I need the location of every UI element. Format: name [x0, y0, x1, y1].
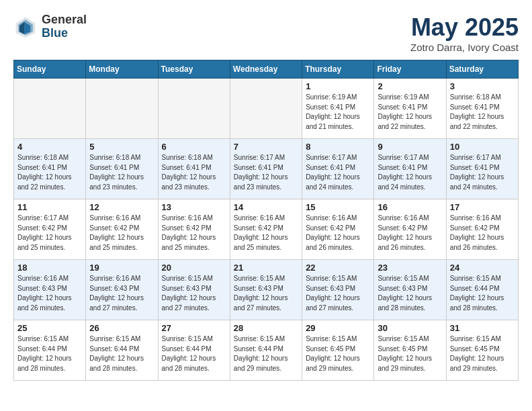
day-info: Sunrise: 6:15 AM Sunset: 6:44 PM Dayligh…: [450, 274, 515, 313]
day-info: Sunrise: 6:15 AM Sunset: 6:45 PM Dayligh…: [306, 334, 370, 373]
calendar-table: SundayMondayTuesdayWednesdayThursdayFrid…: [13, 60, 519, 381]
calendar-cell: 5Sunrise: 6:18 AM Sunset: 6:41 PM Daylig…: [86, 139, 158, 199]
calendar-cell: 29Sunrise: 6:15 AM Sunset: 6:45 PM Dayli…: [302, 320, 374, 381]
day-number: 20: [162, 263, 226, 273]
calendar-week-row: 4Sunrise: 6:18 AM Sunset: 6:41 PM Daylig…: [14, 139, 519, 199]
calendar-cell: 23Sunrise: 6:15 AM Sunset: 6:43 PM Dayli…: [374, 260, 446, 320]
day-number: 8: [306, 142, 370, 152]
logo-icon: [13, 15, 38, 39]
logo-general-text: General: [42, 13, 87, 27]
day-number: 11: [17, 202, 82, 212]
day-number: 6: [162, 142, 226, 152]
weekday-header-wednesday: Wednesday: [230, 60, 302, 79]
day-info: Sunrise: 6:16 AM Sunset: 6:42 PM Dayligh…: [162, 214, 226, 253]
day-number: 26: [89, 323, 154, 333]
day-number: 29: [306, 323, 370, 333]
day-number: 18: [17, 263, 82, 273]
calendar-cell: [86, 79, 158, 139]
day-info: Sunrise: 6:18 AM Sunset: 6:41 PM Dayligh…: [450, 93, 515, 132]
day-info: Sunrise: 6:17 AM Sunset: 6:41 PM Dayligh…: [234, 153, 298, 192]
day-number: 1: [306, 81, 370, 91]
day-info: Sunrise: 6:15 AM Sunset: 6:44 PM Dayligh…: [234, 334, 298, 373]
day-info: Sunrise: 6:16 AM Sunset: 6:43 PM Dayligh…: [17, 274, 82, 313]
day-info: Sunrise: 6:15 AM Sunset: 6:44 PM Dayligh…: [17, 334, 82, 373]
day-number: 19: [89, 263, 154, 273]
calendar-cell: 9Sunrise: 6:17 AM Sunset: 6:41 PM Daylig…: [374, 139, 446, 199]
day-info: Sunrise: 6:15 AM Sunset: 6:43 PM Dayligh…: [234, 274, 298, 313]
calendar-cell: 30Sunrise: 6:15 AM Sunset: 6:45 PM Dayli…: [374, 320, 446, 381]
day-number: 13: [162, 202, 226, 212]
day-info: Sunrise: 6:17 AM Sunset: 6:42 PM Dayligh…: [17, 214, 82, 253]
calendar-cell: 25Sunrise: 6:15 AM Sunset: 6:44 PM Dayli…: [14, 320, 86, 381]
day-info: Sunrise: 6:18 AM Sunset: 6:41 PM Dayligh…: [89, 153, 154, 192]
day-number: 7: [234, 142, 298, 152]
day-info: Sunrise: 6:17 AM Sunset: 6:41 PM Dayligh…: [450, 153, 515, 192]
calendar-cell: 28Sunrise: 6:15 AM Sunset: 6:44 PM Dayli…: [230, 320, 302, 381]
calendar-cell: 27Sunrise: 6:15 AM Sunset: 6:44 PM Dayli…: [158, 320, 230, 381]
day-info: Sunrise: 6:15 AM Sunset: 6:45 PM Dayligh…: [378, 334, 442, 373]
calendar-cell: 8Sunrise: 6:17 AM Sunset: 6:41 PM Daylig…: [302, 139, 374, 199]
calendar-cell: 24Sunrise: 6:15 AM Sunset: 6:44 PM Dayli…: [446, 260, 518, 320]
weekday-header-monday: Monday: [86, 60, 158, 79]
day-number: 22: [306, 263, 370, 273]
day-number: 17: [450, 202, 515, 212]
day-info: Sunrise: 6:18 AM Sunset: 6:41 PM Dayligh…: [17, 153, 82, 192]
weekday-header-sunday: Sunday: [14, 60, 86, 79]
day-info: Sunrise: 6:17 AM Sunset: 6:41 PM Dayligh…: [378, 153, 442, 192]
day-info: Sunrise: 6:15 AM Sunset: 6:43 PM Dayligh…: [306, 274, 370, 313]
calendar-cell: 13Sunrise: 6:16 AM Sunset: 6:42 PM Dayli…: [158, 199, 230, 260]
calendar-header: SundayMondayTuesdayWednesdayThursdayFrid…: [14, 60, 519, 79]
day-info: Sunrise: 6:16 AM Sunset: 6:42 PM Dayligh…: [450, 214, 515, 253]
day-number: 10: [450, 142, 515, 152]
day-info: Sunrise: 6:16 AM Sunset: 6:42 PM Dayligh…: [378, 214, 442, 253]
day-info: Sunrise: 6:17 AM Sunset: 6:41 PM Dayligh…: [306, 153, 370, 192]
calendar-cell: 7Sunrise: 6:17 AM Sunset: 6:41 PM Daylig…: [230, 139, 302, 199]
calendar-cell: [158, 79, 230, 139]
calendar-cell: [14, 79, 86, 139]
day-info: Sunrise: 6:19 AM Sunset: 6:41 PM Dayligh…: [306, 93, 370, 132]
day-number: 12: [89, 202, 154, 212]
day-number: 24: [450, 263, 515, 273]
day-info: Sunrise: 6:15 AM Sunset: 6:43 PM Dayligh…: [162, 274, 226, 313]
calendar-week-row: 1Sunrise: 6:19 AM Sunset: 6:41 PM Daylig…: [14, 79, 519, 139]
day-info: Sunrise: 6:19 AM Sunset: 6:41 PM Dayligh…: [378, 93, 442, 132]
logo: General Blue: [13, 13, 87, 40]
day-number: 14: [234, 202, 298, 212]
day-number: 3: [450, 81, 515, 91]
day-number: 23: [378, 263, 442, 273]
logo-text: General Blue: [42, 13, 87, 40]
day-info: Sunrise: 6:16 AM Sunset: 6:42 PM Dayligh…: [234, 214, 298, 253]
day-info: Sunrise: 6:16 AM Sunset: 6:42 PM Dayligh…: [89, 214, 154, 253]
page-header: General Blue May 2025 Zotro Darra, Ivory…: [13, 13, 519, 53]
day-info: Sunrise: 6:15 AM Sunset: 6:44 PM Dayligh…: [89, 334, 154, 373]
weekday-header-friday: Friday: [374, 60, 446, 79]
day-info: Sunrise: 6:16 AM Sunset: 6:43 PM Dayligh…: [89, 274, 154, 313]
weekday-header-thursday: Thursday: [302, 60, 374, 79]
day-info: Sunrise: 6:18 AM Sunset: 6:41 PM Dayligh…: [162, 153, 226, 192]
calendar-cell: 11Sunrise: 6:17 AM Sunset: 6:42 PM Dayli…: [14, 199, 86, 260]
calendar-location: Zotro Darra, Ivory Coast: [410, 42, 519, 53]
calendar-cell: 17Sunrise: 6:16 AM Sunset: 6:42 PM Dayli…: [446, 199, 518, 260]
day-info: Sunrise: 6:15 AM Sunset: 6:45 PM Dayligh…: [450, 334, 515, 373]
day-number: 5: [89, 142, 154, 152]
calendar-cell: 18Sunrise: 6:16 AM Sunset: 6:43 PM Dayli…: [14, 260, 86, 320]
calendar-body: 1Sunrise: 6:19 AM Sunset: 6:41 PM Daylig…: [14, 79, 519, 381]
calendar-cell: 21Sunrise: 6:15 AM Sunset: 6:43 PM Dayli…: [230, 260, 302, 320]
calendar-cell: 20Sunrise: 6:15 AM Sunset: 6:43 PM Dayli…: [158, 260, 230, 320]
calendar-week-row: 11Sunrise: 6:17 AM Sunset: 6:42 PM Dayli…: [14, 199, 519, 260]
day-info: Sunrise: 6:16 AM Sunset: 6:42 PM Dayligh…: [306, 214, 370, 253]
day-number: 15: [306, 202, 370, 212]
calendar-cell: 26Sunrise: 6:15 AM Sunset: 6:44 PM Dayli…: [86, 320, 158, 381]
calendar-cell: 16Sunrise: 6:16 AM Sunset: 6:42 PM Dayli…: [374, 199, 446, 260]
day-number: 31: [450, 323, 515, 333]
day-info: Sunrise: 6:15 AM Sunset: 6:44 PM Dayligh…: [162, 334, 226, 373]
calendar-cell: 31Sunrise: 6:15 AM Sunset: 6:45 PM Dayli…: [446, 320, 518, 381]
calendar-cell: 19Sunrise: 6:16 AM Sunset: 6:43 PM Dayli…: [86, 260, 158, 320]
calendar-cell: 10Sunrise: 6:17 AM Sunset: 6:41 PM Dayli…: [446, 139, 518, 199]
day-number: 16: [378, 202, 442, 212]
calendar-cell: 4Sunrise: 6:18 AM Sunset: 6:41 PM Daylig…: [14, 139, 86, 199]
day-number: 4: [17, 142, 82, 152]
calendar-cell: 15Sunrise: 6:16 AM Sunset: 6:42 PM Dayli…: [302, 199, 374, 260]
day-number: 30: [378, 323, 442, 333]
day-number: 2: [378, 81, 442, 91]
